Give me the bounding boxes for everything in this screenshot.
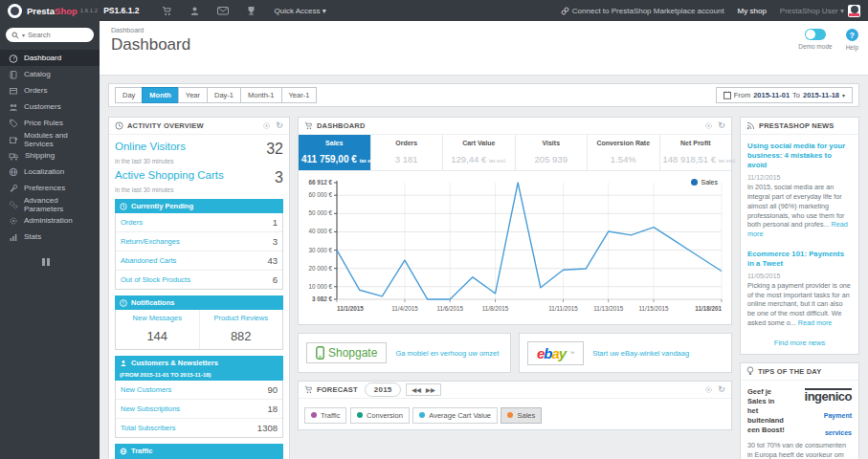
ebay-logo: ebay™ [527, 341, 584, 365]
sidebar-item-catalog[interactable]: Catalog [0, 66, 100, 82]
breadcrumb[interactable]: Dashboard [111, 27, 868, 33]
svg-text:11/8/2015: 11/8/2015 [482, 305, 509, 312]
sidebar-item-preferences[interactable]: Preferences [0, 180, 100, 196]
forecast-series-average-cart-value[interactable]: Average Cart Value [412, 407, 498, 424]
marketplace-link[interactable]: Connect to PrestaShop Marketplace accoun… [561, 7, 724, 15]
range-day-1-button[interactable]: Day-1 [207, 87, 241, 103]
sidebar-search[interactable]: ▾ [6, 28, 94, 42]
kpi-conversion-rate[interactable]: Conversion Rate1.54% [588, 135, 660, 170]
sidebar-item-localization[interactable]: Localization [0, 164, 100, 180]
admin-gear-icon [9, 216, 18, 226]
news-article-title[interactable]: Using social media for your business: 4 … [747, 142, 852, 170]
sidebar-item-stats[interactable]: Stats [0, 229, 100, 245]
panel-refresh-icon[interactable]: ↻ [718, 385, 725, 394]
sidebar-item-orders[interactable]: Orders [0, 82, 100, 98]
range-month-1-button[interactable]: Month-1 [240, 87, 282, 103]
kpi-net-profit[interactable]: Net Profit148 918,51 € tax excl. [660, 135, 732, 170]
pending-out-of-stock-link[interactable]: Out of Stock Products [121, 275, 190, 284]
product-reviews-cell[interactable]: Product Reviews882 [199, 310, 283, 349]
svg-text:11/6/2015: 11/6/2015 [436, 305, 463, 312]
receipt-icon [9, 86, 18, 96]
kpi-sales[interactable]: Sales411 759,00 € tax excl. [299, 135, 371, 170]
range-day-button[interactable]: Day [115, 87, 143, 103]
search-scope-caret[interactable]: ▾ [22, 32, 25, 38]
range-year-button[interactable]: Year [178, 87, 208, 103]
panel-settings-icon[interactable] [704, 121, 713, 130]
forecast-next-button[interactable]: ▶▶ [426, 386, 435, 393]
kpi-visits[interactable]: Visits205 939 [516, 135, 589, 170]
news-article-title[interactable]: Ecommerce 101: Payments in a Tweet [747, 250, 852, 269]
search-input[interactable] [28, 31, 80, 39]
quick-access-menu[interactable]: Quick Access ▾ [275, 7, 326, 15]
online-visitors-value: 32 [266, 141, 283, 158]
demo-mode-toggle[interactable] [805, 29, 826, 40]
kpi-cart-value[interactable]: Cart Value129,44 € tax excl. [443, 135, 516, 170]
sidebar-item-administration[interactable]: Administration [0, 212, 100, 229]
person-icon [120, 360, 127, 367]
new-customers-link[interactable]: New Customers [121, 385, 171, 394]
pending-orders-link[interactable]: Orders [121, 218, 143, 227]
rss-icon [746, 121, 755, 130]
pending-row: Abandoned Carts43 [116, 251, 282, 271]
svg-text:11/15/2015: 11/15/2015 [639, 305, 670, 312]
sidebar-item-advanced-parameters[interactable]: Advanced Parameters [0, 196, 100, 212]
customers-row: New Subscriptions18 [116, 400, 282, 419]
range-year-1-button[interactable]: Year-1 [281, 87, 318, 103]
active-carts-link[interactable]: Active Shopping Carts [115, 169, 224, 181]
online-visitors-link[interactable]: Online Visitors [115, 141, 186, 152]
user-menu[interactable]: PrestaShop User ▾ [780, 5, 860, 17]
forecast-panel: FORECAST 2015 ◀◀▶▶ ↻ Traffic Conversion … [298, 381, 732, 430]
sidebar-item-dashboard[interactable]: Dashboard [0, 50, 100, 66]
total-subscribers-link[interactable]: Total Subscribers [121, 424, 176, 432]
trophy-icon[interactable] [246, 6, 256, 16]
panel-refresh-icon[interactable]: ↻ [276, 121, 283, 130]
read-more-link[interactable]: Read more [798, 318, 833, 327]
svg-text:40 000 €: 40 000 € [308, 228, 332, 234]
find-more-news-link[interactable]: Find more news [747, 339, 852, 347]
new-messages-cell[interactable]: New Messages144 [116, 310, 199, 349]
notifications-header: Notifications [115, 295, 283, 310]
svg-text:30 000 €: 30 000 € [308, 247, 332, 253]
pending-abandoned-carts-link[interactable]: Abandoned Carts [121, 256, 176, 265]
range-month-button[interactable]: Month [142, 87, 179, 103]
active-carts-value: 3 [275, 169, 283, 186]
tip-body: 30 tot 70% van de consumenten in Europa … [747, 441, 852, 459]
sidebar-item-shipping[interactable]: Shipping [0, 147, 100, 164]
shopgate-link[interactable]: Ga mobiel en verhoog uw omzet [395, 349, 499, 358]
pending-returns-link[interactable]: Return/Exchanges [121, 237, 180, 246]
mail-icon[interactable] [217, 6, 229, 15]
cart-icon[interactable] [162, 6, 172, 16]
date-range-picker[interactable]: From2015-11-01 To2015-11-18 ▾ [716, 87, 853, 103]
news-article: Ecommerce 101: Payments in a Tweet 11/05… [747, 250, 852, 328]
sidebar-collapse-toggle[interactable] [42, 258, 100, 266]
forecast-prev-button[interactable]: ◀◀ [412, 386, 421, 393]
avatar [848, 5, 860, 17]
customer-icon[interactable] [189, 6, 200, 16]
sidebar-item-price-rules[interactable]: Price Rules [0, 115, 100, 131]
brand-name: PrestaShop [27, 6, 78, 16]
tips-panel-title: TIPS OF THE DAY [758, 367, 821, 376]
news-article-excerpt: Picking a payment provider is one of the… [747, 281, 852, 328]
search-icon [11, 32, 19, 39]
kpi-orders[interactable]: Orders3 181 [371, 135, 444, 170]
sidebar-item-customers[interactable]: Customers [0, 98, 100, 115]
topbar: PrestaShop 1.6.1.2 PS1.6.1.2 Quick Acces… [0, 0, 868, 21]
forecast-series-conversion[interactable]: Conversion [350, 407, 410, 424]
clock-icon [120, 203, 127, 210]
panel-refresh-icon[interactable]: ↻ [718, 121, 725, 130]
forecast-series-sales[interactable]: Sales [501, 407, 542, 424]
forecast-series-traffic[interactable]: Traffic [304, 407, 346, 424]
svg-text:11/4/2015: 11/4/2015 [391, 305, 418, 312]
wrench-icon [9, 184, 18, 193]
lightbulb-icon [746, 366, 754, 376]
ebay-link[interactable]: Start uw eBay-winkel vandaag [592, 349, 689, 358]
help-icon[interactable]: ? [846, 29, 858, 41]
panel-settings-icon[interactable] [262, 121, 271, 130]
traffic-header: Traffic(FROM 2015-11-01 TO 2015-11-18) [115, 444, 283, 459]
svg-text:11/13/2015: 11/13/2015 [593, 305, 624, 312]
chart-legend[interactable]: Sales [691, 179, 718, 186]
sidebar-item-modules[interactable]: Modules and Services [0, 131, 100, 147]
new-subscriptions-link[interactable]: New Subscriptions [121, 404, 180, 413]
panel-settings-icon[interactable] [704, 385, 713, 394]
my-shop-link[interactable]: My shop [738, 7, 767, 15]
